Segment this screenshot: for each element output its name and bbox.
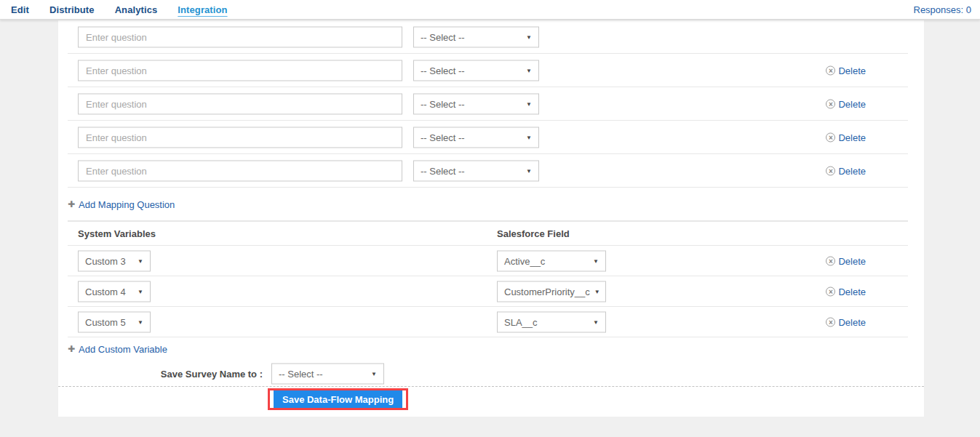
select-value: SLA__c xyxy=(504,317,538,328)
select-value: -- Select -- xyxy=(421,32,465,43)
question-field-select[interactable]: -- Select --▼ xyxy=(413,161,539,182)
footer-row: Save Data-Flow Mapping xyxy=(58,386,924,417)
system-variable-select[interactable]: Custom 5▼ xyxy=(78,312,151,333)
annotation-highlight-box: Save Data-Flow Mapping xyxy=(268,388,408,410)
mapping-question-row: -- Select --▼×Delete xyxy=(58,87,924,121)
add-mapping-question-button[interactable]: ✚Add Mapping Question xyxy=(68,199,175,210)
mapping-question-row: -- Select --▼ xyxy=(58,20,924,54)
select-value: CustomerPriority__c xyxy=(504,286,590,297)
chevron-down-icon: ▼ xyxy=(594,289,600,295)
delete-label: Delete xyxy=(838,286,866,297)
chevron-down-icon: ▼ xyxy=(371,370,377,377)
chevron-down-icon: ▼ xyxy=(593,319,599,326)
nav-tabs: Edit Distribute Analytics Integration xyxy=(11,4,228,15)
plus-icon: ✚ xyxy=(68,345,75,353)
select-value: -- Select -- xyxy=(421,132,465,143)
save-survey-name-select[interactable]: -- Select --▼ xyxy=(271,363,384,384)
salesforce-field-header: Salesforce Field xyxy=(497,228,570,239)
top-navbar: Edit Distribute Analytics Integration Re… xyxy=(0,0,980,20)
add-custom-variable-button[interactable]: ✚Add Custom Variable xyxy=(68,344,167,355)
delete-row-button[interactable]: ×Delete xyxy=(826,317,866,328)
tab-edit[interactable]: Edit xyxy=(11,4,29,15)
system-variables-header: System Variables xyxy=(78,228,156,239)
chevron-down-icon: ▼ xyxy=(138,289,143,295)
delete-row-button[interactable]: ×Delete xyxy=(826,166,866,177)
delete-row-button[interactable]: ×Delete xyxy=(826,256,866,267)
custom-variable-row: Custom 3▼Active__c▼×Delete xyxy=(58,246,924,276)
custom-variable-row: Custom 4▼CustomerPriority__c▼×Delete xyxy=(58,276,924,307)
delete-icon: × xyxy=(826,287,835,297)
select-value: Custom 3 xyxy=(85,256,126,267)
custom-variable-row: Custom 5▼SLA__c▼×Delete xyxy=(58,307,924,337)
add-custom-variable-row: ✚Add Custom Variable xyxy=(58,337,924,361)
delete-row-button[interactable]: ×Delete xyxy=(826,286,866,297)
variables-header-row: System VariablesSalesforce Field xyxy=(58,221,924,246)
tab-integration[interactable]: Integration xyxy=(178,4,227,15)
tab-analytics[interactable]: Analytics xyxy=(115,4,158,15)
system-variable-select[interactable]: Custom 3▼ xyxy=(78,251,151,272)
delete-icon: × xyxy=(826,100,835,109)
question-input[interactable] xyxy=(78,127,402,148)
chevron-down-icon: ▼ xyxy=(526,68,532,74)
delete-icon: × xyxy=(826,167,835,176)
select-value: -- Select -- xyxy=(421,65,465,76)
delete-label: Delete xyxy=(838,317,866,328)
select-value: -- Select -- xyxy=(421,99,465,110)
select-value: Custom 4 xyxy=(85,286,126,297)
delete-label: Delete xyxy=(838,132,866,143)
chevron-down-icon: ▼ xyxy=(138,258,143,265)
chevron-down-icon: ▼ xyxy=(593,258,599,265)
tab-distribute[interactable]: Distribute xyxy=(49,4,95,15)
question-field-select[interactable]: -- Select --▼ xyxy=(413,27,539,48)
salesforce-field-select[interactable]: Active__c▼ xyxy=(497,251,606,272)
delete-icon: × xyxy=(826,133,835,143)
delete-icon: × xyxy=(826,257,835,266)
question-field-select[interactable]: -- Select --▼ xyxy=(413,127,539,148)
delete-icon: × xyxy=(826,318,835,327)
responses-count[interactable]: Responses: 0 xyxy=(914,4,972,15)
delete-label: Delete xyxy=(838,256,866,267)
delete-row-button[interactable]: ×Delete xyxy=(826,99,866,110)
salesforce-field-select[interactable]: SLA__c▼ xyxy=(497,312,606,333)
delete-icon: × xyxy=(826,66,835,76)
chevron-down-icon: ▼ xyxy=(526,101,532,108)
add-mapping-question-row: ✚Add Mapping Question xyxy=(58,188,924,221)
delete-label: Delete xyxy=(838,99,866,110)
question-field-select[interactable]: -- Select --▼ xyxy=(413,94,539,115)
salesforce-field-select[interactable]: CustomerPriority__c▼ xyxy=(497,281,606,302)
select-value: -- Select -- xyxy=(279,368,323,379)
question-input[interactable] xyxy=(78,27,402,48)
select-value: -- Select -- xyxy=(421,166,465,177)
delete-label: Delete xyxy=(838,65,866,76)
question-input[interactable] xyxy=(78,161,402,182)
integration-mapping-panel: -- Select --▼-- Select --▼×Delete-- Sele… xyxy=(58,20,924,417)
mapping-question-row: -- Select --▼×Delete xyxy=(58,54,924,87)
add-mapping-question-label: Add Mapping Question xyxy=(79,199,175,210)
select-value: Custom 5 xyxy=(85,317,126,328)
save-survey-name-label: Save Survey Name to : xyxy=(58,368,263,379)
mapping-question-row: -- Select --▼×Delete xyxy=(58,121,924,154)
chevron-down-icon: ▼ xyxy=(526,168,532,175)
question-input[interactable] xyxy=(78,94,402,115)
system-variable-select[interactable]: Custom 4▼ xyxy=(78,281,151,302)
chevron-down-icon: ▼ xyxy=(526,135,532,141)
add-custom-variable-label: Add Custom Variable xyxy=(79,344,167,355)
mapping-question-row: -- Select --▼×Delete xyxy=(58,154,924,188)
delete-row-button[interactable]: ×Delete xyxy=(826,65,866,76)
save-survey-name-row: Save Survey Name to :-- Select --▼ xyxy=(58,361,924,386)
chevron-down-icon: ▼ xyxy=(138,319,143,326)
question-input[interactable] xyxy=(78,60,402,81)
plus-icon: ✚ xyxy=(68,200,75,209)
select-value: Active__c xyxy=(504,256,545,267)
save-data-flow-mapping-button[interactable]: Save Data-Flow Mapping xyxy=(274,390,402,408)
chevron-down-icon: ▼ xyxy=(526,34,532,41)
question-field-select[interactable]: -- Select --▼ xyxy=(413,60,539,81)
delete-row-button[interactable]: ×Delete xyxy=(826,132,866,143)
delete-label: Delete xyxy=(838,166,866,177)
